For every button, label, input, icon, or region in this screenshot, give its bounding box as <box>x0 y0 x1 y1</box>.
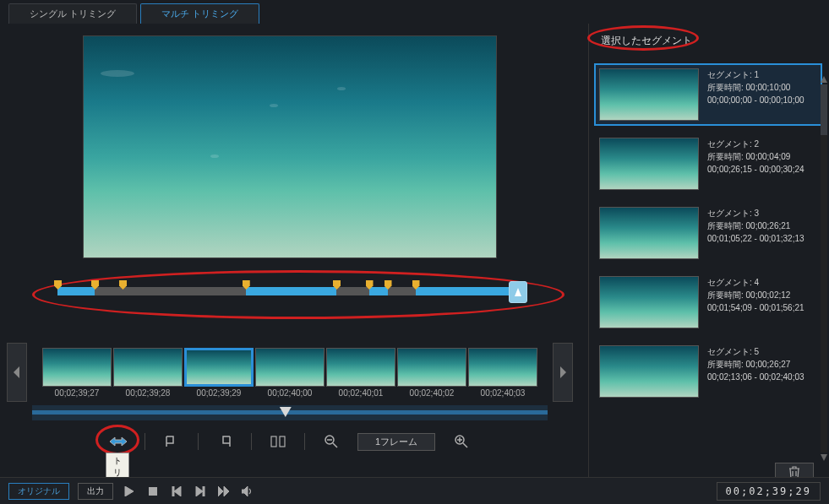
segment-range: 00;02;13;06 - 00;02;40;03 <box>707 371 804 383</box>
segment-item[interactable]: セグメント: 5所要時間: 00;00;26;2700;02;13;06 - 0… <box>594 340 822 403</box>
step-back-button[interactable] <box>169 484 184 499</box>
tab-single-trim[interactable]: シングル トリミング <box>8 3 137 24</box>
segment-item[interactable]: セグメント: 4所要時間: 00;00;02;1200;01;54;09 - 0… <box>594 271 822 333</box>
segment-duration: 所要時間: 00;00;26;27 <box>707 358 804 371</box>
frame-thumbnail[interactable]: 00;02;39;28 <box>113 348 183 398</box>
frame-timecode: 00;02;40;01 <box>326 388 395 398</box>
frame-thumb-image <box>255 348 325 387</box>
svg-line-3 <box>333 443 337 447</box>
segment-name: セグメント: 3 <box>707 207 804 219</box>
overview-segment[interactable] <box>246 287 336 295</box>
view-original-tab[interactable]: オリジナル <box>8 483 69 500</box>
segment-info: セグメント: 4所要時間: 00;00;02;1200;01;54;09 - 0… <box>707 276 804 328</box>
frame-timecode: 00;02;39;27 <box>42 388 112 398</box>
segment-duration: 所要時間: 00;00;04;09 <box>707 150 804 163</box>
frame-timecode: 00;02;40;00 <box>255 388 325 398</box>
frame-thumbnail[interactable]: 00;02;39;27 <box>42 348 112 398</box>
frame-thumbnail[interactable]: 00;02;40;01 <box>326 348 395 398</box>
frame-thumb-image <box>113 348 183 387</box>
frame-thumbnail[interactable]: 00;02;40;00 <box>255 348 325 398</box>
frame-timecode: 00;02;40;02 <box>397 388 466 398</box>
segment-item[interactable]: セグメント: 2所要時間: 00;00;04;0900;00;26;15 - 0… <box>594 133 822 195</box>
segment-duration: 所要時間: 00;00;10;00 <box>707 81 804 94</box>
overview-timeline[interactable] <box>57 287 522 295</box>
tab-multi-trim[interactable]: マルチ トリミング <box>140 3 259 24</box>
svg-line-6 <box>463 443 467 447</box>
svg-rect-0 <box>271 436 276 447</box>
segment-item[interactable]: セグメント: 1所要時間: 00;00;10;0000;00;00;00 - 0… <box>594 63 822 126</box>
zoom-in-button[interactable] <box>450 432 472 451</box>
segment-list: セグメント: 1所要時間: 00;00;10;0000;00;00;00 - 0… <box>594 63 826 403</box>
segment-name: セグメント: 5 <box>707 345 804 358</box>
frame-thumbnail[interactable]: 00;02;40;02 <box>397 348 466 398</box>
frame-timecode: 00;02;39;29 <box>184 388 254 398</box>
segment-thumb <box>599 276 699 328</box>
fast-forward-button[interactable] <box>216 484 232 499</box>
stop-button[interactable] <box>145 484 161 499</box>
frame-thumb-image <box>326 348 395 387</box>
scrub-head[interactable] <box>280 407 292 417</box>
frame-thumb-image <box>184 348 254 387</box>
overview-marker[interactable] <box>119 280 127 290</box>
scene-detect-button[interactable] <box>267 432 289 451</box>
frame-timecode: 00;02;39;28 <box>113 388 183 398</box>
segment-thumb <box>599 345 699 398</box>
segment-thumb <box>599 207 699 259</box>
frame-thumbnail[interactable]: 00;02;40;03 <box>468 348 537 398</box>
segment-name: セグメント: 4 <box>707 276 804 289</box>
frame-strip-prev[interactable] <box>7 343 27 402</box>
segment-info: セグメント: 1所要時間: 00;00;10;0000;00;00;00 - 0… <box>707 68 804 121</box>
frame-thumb-image <box>397 348 466 387</box>
svg-rect-9 <box>149 487 157 496</box>
overview-segment[interactable] <box>57 287 95 295</box>
bottom-bar: オリジナル 出力 00;02;39;29 <box>0 477 829 504</box>
svg-rect-1 <box>280 436 285 447</box>
segment-thumb <box>599 68 699 121</box>
segment-name: セグメント: 2 <box>707 138 804 150</box>
volume-button[interactable] <box>240 484 255 499</box>
segment-range: 00;01;05;22 - 00;01;32;13 <box>707 232 804 245</box>
video-preview <box>83 35 497 258</box>
frame-strip-next[interactable] <box>553 343 573 402</box>
segment-info: セグメント: 3所要時間: 00;00;26;2100;01;05;22 - 0… <box>707 207 804 259</box>
zoom-out-button[interactable] <box>320 432 342 451</box>
segment-scrollbar[interactable] <box>821 84 827 453</box>
segment-info: セグメント: 2所要時間: 00;00;04;0900;00;26;15 - 0… <box>707 138 804 190</box>
step-forward-button[interactable] <box>193 484 208 499</box>
segment-item[interactable]: セグメント: 3所要時間: 00;00;26;2100;01;05;22 - 0… <box>594 202 822 264</box>
scrub-bar[interactable] <box>32 405 548 420</box>
segments-panel-header: 選択したセグメント <box>594 30 826 51</box>
mark-in-button[interactable] <box>161 432 183 451</box>
tool-row: トリミング反転の結果 1フレーム <box>7 432 573 451</box>
segment-duration: 所要時間: 00;00;26;21 <box>707 219 804 232</box>
frame-strip: 00;02;39;2700;02;39;2800;02;39;2900;02;4… <box>32 348 548 398</box>
segment-range: 00;00;00;00 - 00;00;10;00 <box>707 94 804 106</box>
timecode-display: 00;02;39;29 <box>717 482 821 501</box>
segment-thumb <box>599 138 699 190</box>
overview-segment[interactable] <box>416 287 523 295</box>
frame-step-selector[interactable]: 1フレーム <box>357 433 435 451</box>
view-output-tab[interactable]: 出力 <box>78 483 113 500</box>
frame-thumb-image <box>468 348 537 387</box>
segment-scrollbar-thumb[interactable] <box>821 84 827 135</box>
segment-info: セグメント: 5所要時間: 00;00;26;2700;02;13;06 - 0… <box>707 345 804 398</box>
overview-playhead[interactable] <box>509 281 527 303</box>
frame-thumb-image <box>42 348 112 387</box>
segment-range: 00;01;54;09 - 00;01;56;21 <box>707 301 804 314</box>
segment-range: 00;00;26;15 - 00;00;30;24 <box>707 163 804 176</box>
play-button[interactable] <box>122 484 137 499</box>
overview-segment[interactable] <box>369 287 388 295</box>
invert-trim-button[interactable] <box>107 432 129 451</box>
segment-name: セグメント: 1 <box>707 68 804 81</box>
frame-timecode: 00;02;40;03 <box>468 388 537 398</box>
segment-duration: 所要時間: 00;00;02;12 <box>707 289 804 301</box>
mark-out-button[interactable] <box>214 432 236 451</box>
mode-tabs: シングル トリミング マルチ トリミング <box>0 0 829 24</box>
frame-thumbnail[interactable]: 00;02;39;29 <box>184 348 254 398</box>
